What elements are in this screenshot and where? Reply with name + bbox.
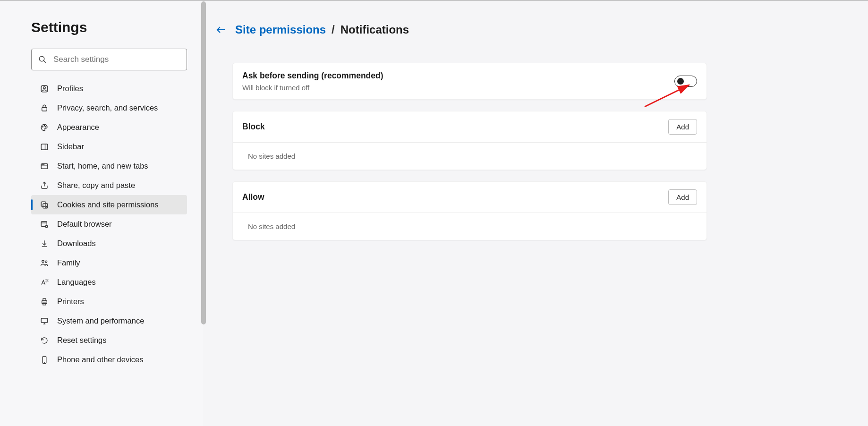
svg-point-25 — [45, 261, 47, 263]
nav-label: Printers — [57, 297, 84, 306]
panel-icon — [40, 142, 49, 152]
svg-point-12 — [42, 164, 43, 164]
allow-add-button[interactable]: Add — [668, 189, 697, 205]
settings-title: Settings — [31, 19, 203, 35]
nav-label: Sidebar — [57, 142, 84, 151]
search-settings-input[interactable] — [53, 55, 180, 64]
nav-label: System and performance — [57, 316, 144, 325]
block-title: Block — [242, 122, 265, 132]
svg-rect-4 — [42, 107, 47, 111]
nav-reset[interactable]: Reset settings — [31, 331, 187, 350]
ask-before-sending-toggle[interactable] — [674, 76, 697, 87]
nav-downloads[interactable]: Downloads — [31, 234, 187, 253]
share-icon — [40, 181, 49, 190]
nav-start-home[interactable]: Start, home, and new tabs — [31, 156, 187, 176]
nav-label: Phone and other devices — [57, 355, 144, 364]
svg-rect-16 — [41, 202, 46, 206]
language-icon: 字 — [40, 278, 49, 287]
ask-toggle-title: Ask before sending (recommended) — [242, 71, 383, 81]
nav-appearance[interactable]: Appearance — [31, 118, 187, 137]
breadcrumb-current: Notifications — [340, 23, 409, 36]
family-icon — [40, 258, 49, 268]
svg-point-3 — [43, 86, 46, 89]
block-card: Block Add No sites added — [232, 111, 707, 170]
nav-cookies-permissions[interactable]: Cookies and site permissions — [31, 195, 187, 214]
nav-default-browser[interactable]: Default browser — [31, 214, 187, 234]
search-icon — [38, 55, 47, 64]
svg-point-18 — [45, 206, 47, 207]
lock-icon — [40, 103, 49, 113]
nav-label: Reset settings — [57, 336, 107, 345]
svg-text:字: 字 — [45, 279, 49, 282]
nav-privacy[interactable]: Privacy, search, and services — [31, 98, 187, 118]
svg-rect-8 — [41, 144, 48, 150]
svg-point-0 — [39, 56, 44, 61]
svg-rect-31 — [41, 318, 48, 323]
svg-point-5 — [43, 126, 43, 127]
svg-point-24 — [42, 260, 44, 263]
nav-label: Cookies and site permissions — [57, 200, 159, 209]
breadcrumb-separator: / — [332, 23, 335, 36]
phone-icon — [40, 355, 49, 365]
nav-profiles[interactable]: Profiles — [31, 79, 187, 98]
svg-rect-29 — [43, 298, 46, 301]
nav-sidebar[interactable]: Sidebar — [31, 137, 187, 156]
block-empty-text: No sites added — [233, 142, 706, 170]
breadcrumb-link-site-permissions[interactable]: Site permissions — [235, 23, 326, 36]
nav-printers[interactable]: Printers — [31, 292, 187, 311]
allow-empty-text: No sites added — [233, 213, 706, 240]
svg-rect-30 — [43, 303, 46, 305]
nav-phone-devices[interactable]: Phone and other devices — [31, 350, 187, 369]
breadcrumb: Site permissions / Notifications — [215, 23, 868, 36]
nav-system-perf[interactable]: System and performance — [31, 311, 187, 331]
monitor-icon — [40, 316, 49, 326]
nav-family[interactable]: Family — [31, 253, 187, 273]
ask-before-sending-card: Ask before sending (recommended) Will bl… — [232, 63, 707, 100]
allow-title: Allow — [242, 192, 264, 202]
svg-point-7 — [45, 126, 46, 127]
palette-icon — [40, 123, 49, 132]
nav-label: Privacy, search, and services — [57, 103, 158, 112]
ask-toggle-sub: Will block if turned off — [242, 84, 383, 92]
nav-share-copy[interactable]: Share, copy and paste — [31, 176, 187, 195]
nav-label: Languages — [57, 278, 96, 287]
svg-point-14 — [44, 164, 44, 164]
nav-label: Default browser — [57, 220, 112, 229]
settings-sidebar: Settings Profiles Privacy, search, and s… — [0, 0, 203, 426]
settings-nav: Profiles Privacy, search, and services A… — [31, 79, 187, 369]
allow-card: Allow Add No sites added — [232, 181, 707, 240]
download-icon — [40, 239, 49, 248]
nav-label: Appearance — [57, 123, 99, 132]
nav-languages[interactable]: 字 Languages — [31, 273, 187, 292]
browser-check-icon — [40, 220, 49, 229]
sidebar-scrollbar[interactable] — [201, 1, 206, 324]
nav-label: Family — [57, 258, 80, 267]
search-settings-field[interactable] — [31, 49, 187, 70]
back-arrow-icon[interactable] — [215, 24, 227, 35]
svg-line-1 — [43, 60, 46, 63]
nav-label: Share, copy and paste — [57, 181, 135, 190]
printer-icon — [40, 297, 49, 307]
profile-icon — [40, 84, 49, 94]
nav-label: Start, home, and new tabs — [57, 162, 148, 170]
svg-point-13 — [43, 164, 43, 164]
main-content: Site permissions / Notifications Ask bef… — [203, 0, 868, 426]
block-add-button[interactable]: Add — [668, 119, 697, 135]
tab-icon — [40, 162, 49, 171]
cookies-icon — [40, 200, 49, 210]
nav-label: Profiles — [57, 84, 83, 93]
svg-point-6 — [44, 125, 45, 126]
nav-label: Downloads — [57, 239, 96, 248]
reset-icon — [40, 336, 49, 345]
